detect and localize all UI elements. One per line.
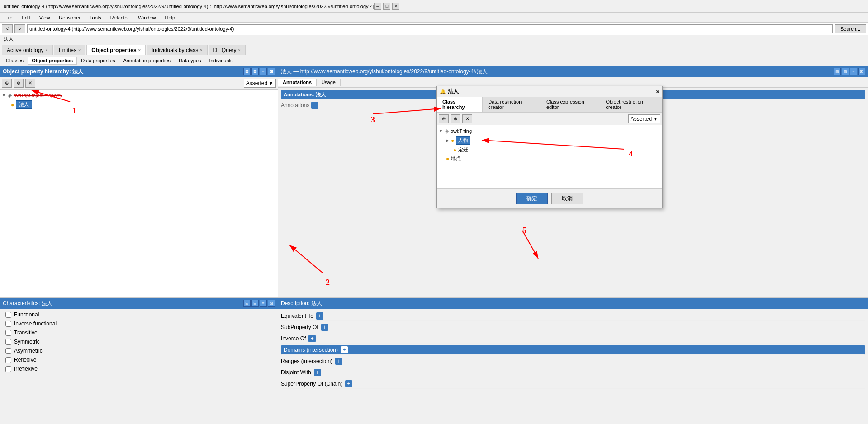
modal-confirm-btn[interactable]: 确定 bbox=[516, 193, 548, 204]
menu-bar: File Edit View Reasoner Tools Refactor W… bbox=[0, 13, 868, 23]
right-icon-2[interactable]: ⊟ bbox=[842, 68, 849, 75]
modal-didian-label: 地点 bbox=[451, 155, 461, 162]
address-input[interactable] bbox=[27, 24, 833, 33]
characteristics-title: Characteristics: 法人 bbox=[3, 300, 52, 307]
modal-close-btn[interactable]: × bbox=[656, 88, 659, 95]
modal-footer: 确定 取消 bbox=[437, 188, 662, 208]
subproperty-of-label: SubProperty Of bbox=[281, 324, 318, 330]
menu-refactor[interactable]: Refactor bbox=[108, 14, 132, 21]
modal-dialog: 🔔 法人 × Class hierarchy Data restriction … bbox=[436, 86, 663, 208]
menu-reasoner[interactable]: Reasoner bbox=[56, 14, 83, 21]
domains-intersection-add[interactable]: + bbox=[341, 346, 348, 353]
sub-tab-bar: Classes Object properties Data propertie… bbox=[0, 55, 868, 66]
menu-window[interactable]: Window bbox=[135, 14, 158, 21]
menu-help[interactable]: Help bbox=[162, 14, 178, 21]
left-panel-title: Object property hierarchy: 法人 bbox=[3, 68, 83, 75]
modal-thing-icon: ◈ bbox=[445, 128, 449, 134]
modal-tab-object-restriction[interactable]: Object restriction creator bbox=[600, 97, 662, 112]
left-panel: Object property hierarchy: 法人 ⊞ ⊟ ≡ ⊠ ⊕ … bbox=[0, 66, 278, 297]
tab-object-properties[interactable]: Object properties× bbox=[86, 45, 146, 55]
modal-toolbar-btn2[interactable]: ⊕ bbox=[451, 114, 460, 123]
char-icon-3[interactable]: ≡ bbox=[260, 300, 267, 307]
panel-icon-3[interactable]: ≡ bbox=[260, 68, 267, 75]
right-tab-annotations[interactable]: Annotations bbox=[278, 79, 317, 86]
inverse-functional-checkbox[interactable] bbox=[5, 321, 11, 327]
property-icon: ● bbox=[11, 102, 14, 108]
panel-icon-1[interactable]: ⊞ bbox=[243, 68, 251, 75]
irreflexive-checkbox[interactable] bbox=[5, 366, 11, 372]
modal-tab-class-hierarchy[interactable]: Class hierarchy bbox=[437, 97, 483, 112]
menu-view[interactable]: View bbox=[37, 14, 53, 21]
description-title: Description: 法人 bbox=[281, 300, 322, 307]
subtab-data-properties[interactable]: Data properties bbox=[77, 57, 119, 65]
modal-tab-data-restriction[interactable]: Data restriction creator bbox=[483, 97, 541, 112]
modal-thing-label: owl:Thing bbox=[451, 128, 472, 134]
toolbar-delete-btn[interactable]: ✕ bbox=[25, 79, 35, 88]
modal-renwu-label: 人物 bbox=[456, 136, 470, 145]
tree-item-farenzhang[interactable]: ● 法人 bbox=[2, 99, 276, 110]
subtab-annotation-properties[interactable]: Annotation properties bbox=[119, 57, 175, 65]
title-bar: untitled-ontology-4 (http://www.semantic… bbox=[0, 0, 868, 13]
symmetric-checkbox[interactable] bbox=[5, 339, 11, 345]
right-icon-close[interactable]: ⊠ bbox=[858, 68, 865, 75]
reflexive-checkbox[interactable] bbox=[5, 357, 11, 363]
panel-icon-2[interactable]: ⊟ bbox=[251, 68, 259, 75]
tree-item-top[interactable]: ▼ ◈ owlTopObjectProperty bbox=[2, 91, 276, 99]
subproperty-of-add[interactable]: + bbox=[321, 324, 328, 331]
right-panel-title: 法人 — http://www.semanticweb.org/yishui/o… bbox=[281, 68, 488, 75]
maximize-btn[interactable]: □ bbox=[383, 3, 390, 10]
inverse-of-add[interactable]: + bbox=[308, 335, 316, 342]
right-icon-1[interactable]: ⊞ bbox=[834, 68, 841, 75]
inverse-of-label: Inverse Of bbox=[281, 335, 306, 342]
equivalent-to-label: Equivalent To bbox=[281, 313, 313, 319]
char-icon-2[interactable]: ⊟ bbox=[251, 300, 259, 307]
modal-title: 法人 bbox=[448, 88, 459, 95]
modal-tree-item-thing[interactable]: ▼ ◈ owl:Thing bbox=[439, 127, 660, 135]
menu-tools[interactable]: Tools bbox=[87, 14, 104, 21]
modal-toolbar-btn3[interactable]: ✕ bbox=[462, 114, 472, 123]
modal-cancel-btn[interactable]: 取消 bbox=[551, 193, 583, 204]
menu-file[interactable]: File bbox=[2, 14, 15, 21]
tab-dl-query[interactable]: DL Query× bbox=[209, 45, 246, 55]
modal-dingqian-icon: ● bbox=[453, 147, 456, 153]
modal-asserted-dropdown[interactable]: Asserted▼ bbox=[628, 114, 660, 123]
menu-edit[interactable]: Edit bbox=[19, 14, 33, 21]
toolbar-add-sub-btn[interactable]: ⊕ bbox=[14, 79, 24, 88]
tab-active-ontology[interactable]: Active ontology× bbox=[2, 45, 53, 55]
close-btn[interactable]: × bbox=[392, 3, 399, 10]
add-annotation-btn[interactable]: + bbox=[311, 102, 318, 109]
right-icon-3[interactable]: ≡ bbox=[850, 68, 857, 75]
back-btn[interactable]: < bbox=[2, 24, 13, 33]
subtab-classes[interactable]: Classes bbox=[2, 57, 28, 65]
subtab-object-properties[interactable]: Object properties bbox=[28, 57, 77, 65]
right-tab-usage[interactable]: Usage bbox=[317, 79, 341, 86]
modal-tree-item-dingqian[interactable]: ● 定迁 bbox=[439, 146, 660, 154]
breadcrumb: 法人 bbox=[2, 35, 15, 43]
minimize-btn[interactable]: ─ bbox=[374, 3, 381, 10]
asserted-dropdown[interactable]: Asserted ▼ bbox=[244, 79, 276, 88]
equivalent-to-add[interactable]: + bbox=[316, 312, 323, 320]
subtab-individuals[interactable]: Individuals bbox=[205, 57, 237, 65]
modal-tab-class-expression[interactable]: Class expression editor bbox=[541, 97, 600, 112]
tab-individuals-by-class[interactable]: Individuals by class× bbox=[147, 45, 208, 55]
modal-tree-item-renwu[interactable]: ▶ ● 人物 bbox=[439, 135, 660, 146]
tab-entities[interactable]: Entities× bbox=[54, 45, 86, 55]
search-btn[interactable]: Search... bbox=[835, 24, 866, 33]
toolbar-add-btn[interactable]: ⊕ bbox=[2, 79, 12, 88]
char-icon-close[interactable]: ⊠ bbox=[268, 300, 275, 307]
ranges-intersection-add[interactable]: + bbox=[335, 358, 342, 365]
disjoint-with-add[interactable]: + bbox=[314, 369, 321, 376]
asymmetric-checkbox[interactable] bbox=[5, 348, 11, 354]
forward-btn[interactable]: > bbox=[14, 24, 25, 33]
modal-didian-icon: ● bbox=[446, 155, 449, 162]
modal-toolbar-btn1[interactable]: ⊕ bbox=[439, 114, 449, 123]
modal-toggle-icon: ▼ bbox=[439, 129, 443, 133]
modal-renwu-icon: ● bbox=[451, 137, 454, 144]
subtab-datatypes[interactable]: Datatypes bbox=[175, 57, 205, 65]
superproperty-of-chain-add[interactable]: + bbox=[345, 380, 352, 387]
panel-icon-close[interactable]: ⊠ bbox=[268, 68, 275, 75]
functional-checkbox[interactable] bbox=[5, 312, 11, 318]
modal-tree-item-didian[interactable]: ● 地点 bbox=[439, 154, 660, 163]
transitive-checkbox[interactable] bbox=[5, 330, 11, 336]
char-icon-1[interactable]: ⊞ bbox=[243, 300, 251, 307]
